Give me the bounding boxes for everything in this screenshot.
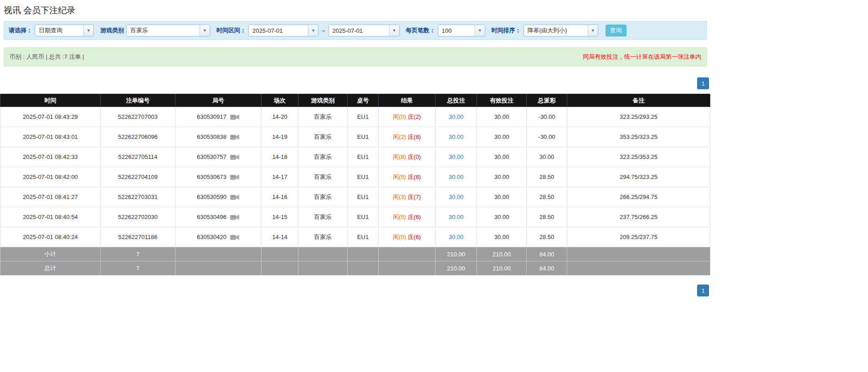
empty-cell (175, 261, 262, 275)
date-from-caret-button[interactable]: ▼ (308, 25, 318, 36)
valid-bet-cell: 30.00 (477, 167, 527, 187)
game-type-input[interactable] (127, 25, 200, 36)
remark-cell: 294.75/323.25 (567, 167, 710, 187)
total-total-bet: 210.00 (436, 261, 477, 275)
game-type-cell: 百家乐 (298, 147, 348, 167)
table-row: 2025-07-01 08:42:00522622704109630530673… (0, 167, 710, 187)
column-header: 结果 (379, 94, 436, 107)
valid-bet-cell: 30.00 (477, 127, 527, 147)
page-1-button[interactable]: 1 (697, 77, 709, 89)
page-1-button[interactable]: 1 (697, 285, 709, 296)
table-no-cell: EU1 (348, 167, 379, 187)
date-range-label: 时间区间： (216, 26, 246, 35)
result-cell: 闲(5) 庄(8) (379, 167, 436, 187)
replay-video-icon[interactable] (230, 194, 240, 201)
total-bet-link[interactable]: 30.00 (449, 173, 464, 180)
total-label: 总计 (0, 261, 101, 275)
select-type-label: 请选择： (9, 26, 32, 35)
result-cell: 闲(2) 庄(8) (379, 127, 436, 147)
total-bet-link[interactable]: 30.00 (449, 194, 464, 200)
total-bet-link[interactable]: 30.00 (449, 153, 464, 160)
bet-id-cell: 522622701186 (101, 227, 175, 247)
total-bet-cell: 30.00 (436, 127, 477, 147)
replay-video-icon[interactable] (230, 234, 240, 241)
table-row: 2025-07-01 08:40:24522622701186630530420… (0, 227, 710, 247)
replay-video-icon[interactable] (230, 153, 240, 161)
subtotal-label: 小计 (0, 247, 101, 261)
session-cell: 14-19 (262, 127, 298, 147)
total-bet-cell: 30.00 (436, 147, 477, 167)
result-player: 闲(8) (393, 153, 406, 160)
payout-cell: 28.50 (527, 207, 567, 227)
date-to-combobox: ▼ (329, 25, 400, 36)
time-sort-input[interactable] (524, 25, 588, 36)
empty-cell (379, 261, 436, 275)
total-bet-cell: 30.00 (436, 187, 477, 207)
session-cell: 14-17 (262, 167, 298, 187)
table-no-cell: EU1 (348, 207, 379, 227)
total-bet-link[interactable]: 30.00 (449, 113, 464, 120)
time-sort-combobox: ▼ (524, 25, 598, 36)
date-from-input[interactable] (249, 25, 308, 36)
column-header: 桌号 (348, 94, 379, 107)
select-type-input[interactable] (35, 25, 83, 36)
subtotal-count: 7 (101, 247, 175, 261)
summary-bar: 币别 : 人民币 | 总共 :7 注单 | 同局有效投注，统一计算在该局第一张注… (4, 47, 707, 66)
table-no-cell: EU1 (348, 127, 379, 147)
total-count: 7 (101, 261, 175, 275)
chevron-down-icon: ▼ (311, 29, 315, 33)
total-bet-cell: 30.00 (436, 227, 477, 247)
subtotal-total-bet: 210.00 (436, 247, 477, 261)
select-type-caret-button[interactable]: ▼ (83, 25, 93, 36)
bet-id-cell: 522622704109 (101, 167, 175, 187)
table-row: 2025-07-01 08:42:33522622705114630530757… (0, 147, 710, 167)
column-header: 注单编号 (101, 94, 175, 107)
total-bet-link[interactable]: 30.00 (449, 214, 464, 220)
replay-video-icon[interactable] (230, 113, 240, 121)
game-type-caret-button[interactable]: ▼ (200, 25, 210, 36)
page-size-label: 每页笔数： (406, 26, 436, 35)
replay-video-icon[interactable] (230, 133, 240, 141)
column-header: 时间 (0, 94, 101, 107)
time-sort-caret-button[interactable]: ▼ (588, 25, 598, 36)
round-cell: 630530838 (175, 127, 262, 147)
result-player: 闲(0) (393, 234, 406, 240)
column-header: 游戏类别 (298, 94, 348, 107)
table-row: 2025-07-01 08:43:29522622707003630530917… (0, 107, 710, 127)
date-to-input[interactable] (329, 25, 389, 36)
remark-cell: 237.75/266.25 (567, 207, 710, 227)
page-size-combobox: ▼ (438, 25, 485, 36)
session-cell: 14-15 (262, 207, 298, 227)
bet-records-table: 时间注单编号局号场次游戏类别桌号结果总投注有效投注总派彩备注 2025-07-0… (0, 94, 710, 275)
result-banker: 庄(8) (408, 133, 421, 140)
valid-bet-cell: 30.00 (477, 227, 527, 247)
payout-cell: 28.50 (527, 187, 567, 207)
total-bet-link[interactable]: 30.00 (449, 133, 464, 140)
bet-id-cell: 522622705114 (101, 147, 175, 167)
page-size-input[interactable] (438, 25, 475, 36)
result-banker: 庄(6) (408, 214, 421, 220)
valid-bet-cell: 30.00 (477, 187, 527, 207)
result-cell: 闲(0) 庄(6) (379, 227, 436, 247)
table-header-row: 时间注单编号局号场次游戏类别桌号结果总投注有效投注总派彩备注 (0, 94, 710, 107)
result-cell: 闲(3) 庄(7) (379, 187, 436, 207)
result-banker: 庄(2) (408, 113, 421, 120)
column-header: 场次 (262, 94, 298, 107)
result-player: 闲(0) (393, 113, 406, 120)
filter-bar: 请选择： ▼ 游戏类别 ▼ 时间区间： ▼ ~ ▼ 每页笔数： ▼ 时间排序： … (4, 21, 707, 40)
replay-video-icon[interactable] (230, 214, 240, 221)
total-bet-cell: 30.00 (436, 207, 477, 227)
total-bet-link[interactable]: 30.00 (449, 234, 464, 240)
search-button[interactable]: 查询 (606, 25, 627, 36)
total-bet-cell: 30.00 (436, 167, 477, 187)
chevron-down-icon: ▼ (478, 29, 482, 33)
empty-cell (348, 261, 379, 275)
select-type-combobox: ▼ (35, 25, 94, 36)
subtotal-payout: 84.00 (527, 247, 567, 261)
result-player: 闲(2) (393, 133, 406, 140)
page-size-caret-button[interactable]: ▼ (475, 25, 485, 36)
round-number: 630530917 (197, 113, 226, 120)
replay-video-icon[interactable] (230, 173, 240, 181)
date-to-caret-button[interactable]: ▼ (389, 25, 399, 36)
result-player: 闲(5) (393, 214, 406, 220)
